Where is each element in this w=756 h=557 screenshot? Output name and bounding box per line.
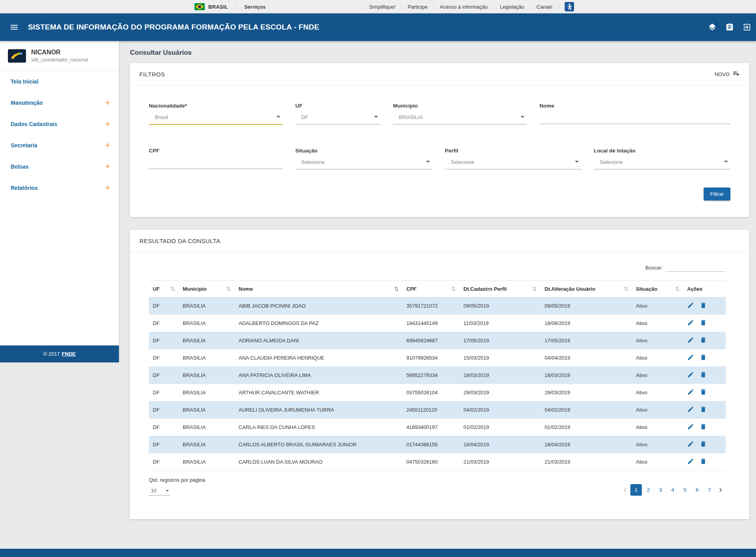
delete-icon[interactable] [700, 336, 707, 345]
edit-icon[interactable] [687, 302, 694, 310]
sort-icon[interactable] [533, 286, 537, 292]
delete-icon[interactable] [700, 406, 707, 414]
edit-icon[interactable] [687, 423, 694, 431]
menu-icon[interactable] [9, 22, 19, 32]
gov-link-participe[interactable]: Participe [402, 4, 434, 10]
layers-icon[interactable] [708, 23, 717, 32]
delete-icon[interactable] [700, 319, 707, 327]
page-button[interactable]: 2 [643, 484, 654, 496]
col-header-situacao[interactable]: Situação [632, 281, 683, 297]
sort-icon[interactable] [171, 286, 175, 292]
filter-cpf[interactable]: CPF [149, 148, 283, 169]
nome-input[interactable] [539, 112, 730, 124]
gov-brand[interactable]: BRASIL [208, 4, 228, 10]
filtrar-button[interactable]: Filtrar [704, 188, 731, 201]
cpf-input[interactable] [149, 157, 283, 169]
situacao-select[interactable]: Selecione [295, 157, 432, 169]
delete-icon[interactable] [700, 388, 707, 397]
sidebar-item-manutencao[interactable]: Manutenção + [0, 92, 119, 113]
uf-select[interactable]: DF [295, 112, 380, 124]
field-value: DF [301, 114, 308, 120]
filter-nacionalidade[interactable]: Nacionalidade* Brasil [149, 103, 283, 125]
filter-nome[interactable]: Nome [539, 103, 730, 125]
sidebar-item-dados-cadastrais[interactable]: Dados Cadastrais + [0, 113, 119, 135]
filter-situacao[interactable]: Situação Selecione [295, 148, 432, 169]
edit-icon[interactable] [687, 354, 694, 362]
delete-icon[interactable] [700, 458, 707, 466]
cell-cpf: 04750326160 [402, 453, 460, 471]
delete-icon[interactable] [700, 440, 707, 449]
cell-nome: ADRIANO ALMEIDA DANI [235, 332, 402, 349]
fnde-link[interactable]: FNDE [62, 351, 76, 357]
delete-icon[interactable] [700, 423, 707, 431]
chevron-left-icon[interactable] [620, 485, 630, 496]
gov-link-acesso-informacao[interactable]: Acesso à informação [434, 4, 494, 10]
clipboard-icon[interactable] [725, 23, 734, 32]
col-header-dt-cadastro[interactable]: Dt.Cadastro Perfil [460, 281, 541, 297]
accessibility-icon[interactable] [565, 2, 574, 11]
edit-icon[interactable] [687, 406, 694, 414]
bottom-footer-bar [0, 549, 756, 557]
sort-icon[interactable] [395, 286, 398, 292]
sort-icon[interactable] [675, 286, 679, 292]
perfil-select[interactable]: Selecione [445, 157, 581, 169]
nacionalidade-select[interactable]: Brasil [149, 112, 283, 125]
page-button[interactable]: 3 [655, 484, 666, 496]
per-page-select[interactable]: 10 [149, 487, 170, 496]
novo-button[interactable]: NOVO [715, 70, 740, 78]
sidebar-item-label: Manutenção [11, 100, 43, 106]
gov-services-link[interactable]: Serviços [244, 4, 265, 10]
sidebar-item-bolsas[interactable]: Bolsas + [0, 156, 119, 177]
edit-icon[interactable] [687, 458, 694, 466]
delete-icon[interactable] [700, 302, 707, 310]
col-label: CPF [406, 286, 417, 292]
col-header-nome[interactable]: Nome [235, 281, 402, 297]
expand-plus-icon[interactable]: + [105, 98, 110, 107]
gov-link-canais[interactable]: Canais [531, 4, 559, 10]
filter-local-lotacao[interactable]: Local de lotação Selecione [594, 148, 730, 169]
sidebar-item-secretaria[interactable]: Secretaria + [0, 135, 119, 156]
field-value: Selecione [301, 159, 324, 165]
chevron-down-icon [276, 116, 280, 118]
expand-plus-icon[interactable]: + [105, 120, 110, 128]
filter-municipio[interactable]: Município BRASILIA [393, 103, 527, 125]
expand-plus-icon[interactable]: + [105, 141, 110, 150]
edit-icon[interactable] [687, 371, 694, 379]
edit-icon[interactable] [687, 388, 694, 397]
delete-icon[interactable] [700, 371, 707, 379]
col-header-municipio[interactable]: Município [179, 281, 235, 297]
sidebar-item-relatorios[interactable]: Relatórios + [0, 177, 119, 199]
logout-icon[interactable] [743, 23, 751, 32]
gov-link-simplifique[interactable]: Simplifique! [363, 4, 402, 10]
chevron-right-icon[interactable] [715, 485, 726, 496]
cell-cpf: 24551120120 [402, 401, 460, 419]
cell-municipio: BRASILIA [179, 297, 235, 315]
cell-dt-alteracao: 18/06/2019 [541, 315, 632, 332]
page-button[interactable]: 7 [704, 484, 715, 496]
expand-plus-icon[interactable]: + [105, 162, 110, 171]
expand-plus-icon[interactable]: + [105, 184, 110, 192]
col-header-dt-alteracao[interactable]: Dt.Alteração Usuário [541, 281, 632, 297]
search-input[interactable] [666, 264, 726, 272]
page-button[interactable]: 6 [691, 484, 703, 496]
sidebar-item-tela-inicial[interactable]: Tela Inicial [0, 71, 119, 92]
local-lotacao-select[interactable]: Selecione [594, 157, 730, 169]
delete-icon[interactable] [700, 354, 707, 362]
municipio-select[interactable]: BRASILIA [393, 112, 527, 124]
edit-icon[interactable] [687, 440, 694, 449]
edit-icon[interactable] [687, 319, 694, 327]
sort-icon[interactable] [227, 286, 231, 292]
edit-icon[interactable] [687, 336, 694, 345]
col-header-uf[interactable]: UF [149, 281, 179, 297]
cell-dt-cadastro: 15/03/2019 [460, 349, 541, 367]
gov-link-legislacao[interactable]: Legislação [494, 4, 530, 10]
filter-perfil[interactable]: Perfil Selecione [445, 148, 581, 169]
page-button[interactable]: 1 [630, 484, 642, 496]
sort-icon[interactable] [624, 286, 628, 292]
sort-icon[interactable] [452, 286, 456, 292]
filter-uf[interactable]: UF DF [295, 103, 380, 125]
page-button[interactable]: 5 [679, 484, 691, 496]
col-header-cpf[interactable]: CPF [402, 281, 460, 297]
page-button[interactable]: 4 [667, 484, 678, 496]
per-page-label: Qtd. registros por página [149, 477, 205, 483]
